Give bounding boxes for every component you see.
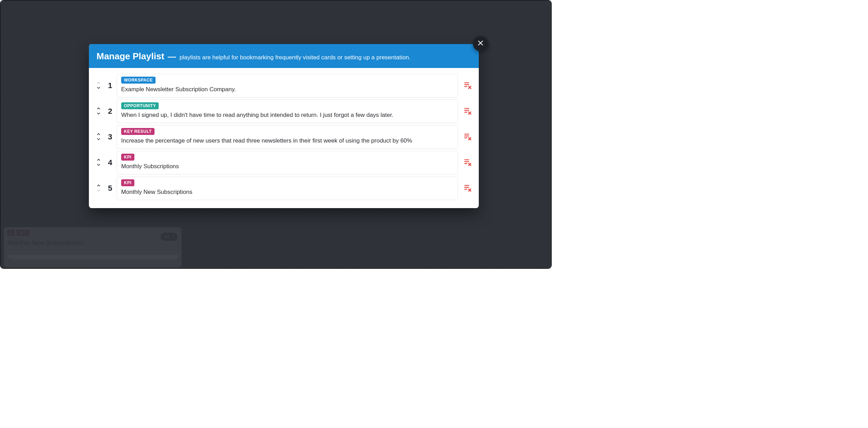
playlist-card[interactable]: WORKSPACEExample Newsletter Subscription… bbox=[117, 74, 458, 97]
close-icon bbox=[477, 40, 484, 48]
svg-rect-13 bbox=[464, 187, 469, 188]
svg-rect-9 bbox=[464, 159, 469, 160]
svg-rect-1 bbox=[464, 84, 469, 85]
playlist-card[interactable]: KPIMonthly New Subscriptions bbox=[117, 177, 458, 200]
row-ordinal: 2 bbox=[107, 107, 113, 116]
close-button[interactable] bbox=[473, 36, 488, 51]
playlist-row: 1WORKSPACEExample Newsletter Subscriptio… bbox=[94, 73, 474, 99]
playlist-row: 3KEY RESULTIncrease the percentage of ne… bbox=[94, 124, 474, 150]
modal-title-dash: — bbox=[168, 52, 176, 61]
svg-rect-6 bbox=[464, 134, 469, 134]
remove-from-list-icon bbox=[463, 132, 472, 142]
modal-subtitle: playlists are helpful for bookmarking fr… bbox=[180, 54, 410, 61]
card-type-badge: KPI bbox=[121, 179, 134, 186]
app-window: 3 KPI Monthly New Subscriptions 10 Manag… bbox=[0, 0, 552, 269]
remove-item-button[interactable] bbox=[461, 132, 474, 142]
remove-from-list-icon bbox=[463, 80, 472, 91]
remove-item-button[interactable] bbox=[461, 183, 474, 194]
move-down-button[interactable] bbox=[95, 111, 102, 116]
card-text: Monthly Subscriptions bbox=[121, 163, 453, 171]
remove-from-list-icon bbox=[463, 183, 472, 194]
reorder-controls bbox=[94, 81, 103, 91]
modal-header: Manage Playlist — playlists are helpful … bbox=[89, 44, 479, 68]
remove-from-list-icon bbox=[463, 106, 472, 117]
svg-rect-3 bbox=[464, 108, 469, 109]
remove-item-button[interactable] bbox=[461, 106, 474, 117]
svg-rect-0 bbox=[464, 82, 469, 83]
row-ordinal: 4 bbox=[107, 158, 113, 167]
card-text: Example Newsletter Subscription Company. bbox=[121, 86, 453, 94]
card-type-badge: KPI bbox=[121, 154, 134, 161]
move-down-button[interactable] bbox=[95, 137, 102, 142]
reorder-controls bbox=[94, 132, 103, 142]
card-text: Increase the percentage of new users tha… bbox=[121, 137, 453, 145]
manage-playlist-modal: Manage Playlist — playlists are helpful … bbox=[89, 44, 479, 208]
move-down-button bbox=[95, 188, 102, 193]
card-text: Monthly New Subscriptions bbox=[121, 188, 453, 196]
remove-item-button[interactable] bbox=[461, 80, 474, 91]
svg-rect-8 bbox=[464, 137, 467, 138]
remove-item-button[interactable] bbox=[461, 157, 474, 168]
playlist-card[interactable]: KPIMonthly Subscriptions bbox=[117, 151, 458, 174]
playlist-card[interactable]: KEY RESULTIncrease the percentage of new… bbox=[117, 125, 458, 149]
playlist-card[interactable]: OPPORTUNITYWhen I signed up, I didn't ha… bbox=[117, 100, 458, 123]
chevron-down-icon bbox=[95, 188, 102, 194]
svg-rect-11 bbox=[464, 163, 467, 164]
move-down-button[interactable] bbox=[95, 163, 102, 168]
svg-rect-7 bbox=[464, 136, 469, 136]
svg-rect-2 bbox=[464, 86, 467, 87]
modal-body: 1WORKSPACEExample Newsletter Subscriptio… bbox=[89, 68, 479, 208]
card-text: When I signed up, I didn't have time to … bbox=[121, 111, 453, 119]
reorder-controls bbox=[94, 106, 103, 116]
svg-rect-12 bbox=[464, 185, 469, 186]
svg-rect-4 bbox=[464, 110, 469, 111]
chevron-down-icon bbox=[95, 111, 102, 117]
remove-from-list-icon bbox=[463, 157, 472, 168]
chevron-down-icon bbox=[95, 136, 102, 143]
row-ordinal: 1 bbox=[107, 81, 113, 90]
row-ordinal: 5 bbox=[107, 184, 113, 193]
svg-rect-14 bbox=[464, 189, 467, 189]
playlist-row: 2OPPORTUNITYWhen I signed up, I didn't h… bbox=[94, 99, 474, 124]
card-type-badge: OPPORTUNITY bbox=[121, 102, 159, 109]
playlist-row: 5KPIMonthly New Subscriptions bbox=[94, 176, 474, 201]
reorder-controls bbox=[94, 183, 103, 193]
chevron-down-icon bbox=[95, 85, 102, 91]
card-type-badge: WORKSPACE bbox=[121, 77, 156, 84]
playlist-row: 4KPIMonthly Subscriptions bbox=[94, 150, 474, 176]
svg-rect-10 bbox=[464, 161, 469, 162]
card-type-badge: KEY RESULT bbox=[121, 128, 155, 135]
reorder-controls bbox=[94, 158, 103, 168]
modal-title: Manage Playlist bbox=[97, 51, 164, 62]
chevron-down-icon bbox=[95, 162, 102, 168]
svg-rect-5 bbox=[464, 112, 467, 112]
row-ordinal: 3 bbox=[107, 132, 113, 142]
move-down-button[interactable] bbox=[95, 86, 102, 91]
